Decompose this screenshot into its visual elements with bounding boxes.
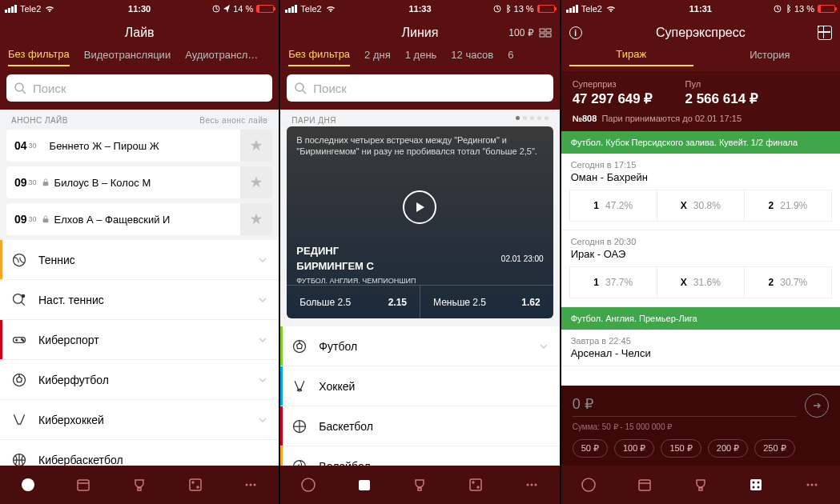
sport-hockey[interactable]: Хоккей bbox=[280, 366, 559, 406]
odd-2[interactable]: 221.9% bbox=[745, 190, 831, 221]
sports-list: Футбол Хоккей Баскетбол Волейбол bbox=[280, 326, 559, 466]
event-row[interactable]: 0930 Билоус В – Колос М bbox=[6, 166, 272, 198]
stake-hint: Сумма: 50 ₽ - 15 000 000 ₽ bbox=[573, 422, 829, 431]
svg-point-42 bbox=[753, 482, 755, 484]
star-button[interactable] bbox=[240, 130, 272, 162]
nav-live[interactable] bbox=[580, 476, 597, 494]
odd-1[interactable]: 137.7% bbox=[570, 267, 657, 298]
sport-tennis[interactable]: Теннис bbox=[0, 240, 279, 280]
featured-card[interactable]: В последних четырех встречах между "Реди… bbox=[287, 126, 553, 318]
odd-2[interactable]: 230.7% bbox=[745, 267, 831, 298]
tab-audio[interactable]: Аудиотрансл… bbox=[185, 49, 258, 66]
tab-2days[interactable]: 2 дня bbox=[364, 49, 391, 66]
svg-point-8 bbox=[22, 338, 23, 340]
info-icon[interactable]: i bbox=[569, 26, 582, 39]
chip-250[interactable]: 250 ₽ bbox=[754, 439, 794, 458]
sport-cyberbasket[interactable]: Кибербаскетбол bbox=[0, 440, 279, 466]
odd-x[interactable]: X30.8% bbox=[657, 190, 745, 221]
alarm-icon bbox=[774, 5, 782, 13]
odd-x[interactable]: X31.6% bbox=[657, 267, 745, 298]
status-bar: Tele2 11:31 13 % bbox=[561, 0, 840, 18]
search-placeholder: Поиск bbox=[33, 82, 66, 95]
svg-point-36 bbox=[530, 484, 533, 486]
sport-basketball[interactable]: Баскетбол bbox=[280, 406, 559, 446]
submit-button[interactable] bbox=[805, 394, 829, 418]
sport-volleyball[interactable]: Волейбол bbox=[280, 446, 559, 466]
tab-12h[interactable]: 12 часов bbox=[451, 49, 493, 66]
svg-point-33 bbox=[472, 482, 474, 483]
odd-under[interactable]: Меньше 2.51.62 bbox=[420, 285, 553, 318]
sport-cyberfootball[interactable]: Киберфутбол bbox=[0, 360, 279, 400]
chip-100[interactable]: 100 ₽ bbox=[614, 439, 654, 458]
svg-point-6 bbox=[22, 294, 24, 297]
nav-live[interactable] bbox=[19, 476, 37, 494]
nav-live[interactable] bbox=[299, 476, 317, 494]
nav-cup[interactable] bbox=[692, 476, 709, 494]
odd-1[interactable]: 147.2% bbox=[570, 190, 657, 221]
svg-point-30 bbox=[302, 478, 315, 491]
hockey-icon bbox=[291, 378, 307, 394]
nav-cup[interactable] bbox=[131, 476, 148, 494]
chevron-down-icon bbox=[539, 342, 549, 351]
tab-6h[interactable]: 6 bbox=[508, 49, 513, 66]
chevron-down-icon bbox=[258, 295, 267, 305]
tab-draw[interactable]: Тираж bbox=[569, 48, 693, 66]
sport-table-tennis[interactable]: Наст. теннис bbox=[0, 280, 279, 320]
nav-calendar[interactable] bbox=[356, 476, 373, 494]
svg-point-39 bbox=[582, 478, 595, 491]
nav-dice[interactable] bbox=[747, 476, 765, 494]
page-title: Лайв bbox=[125, 26, 155, 40]
grid-icon[interactable] bbox=[818, 26, 832, 40]
header: Лайв bbox=[0, 18, 279, 48]
nav-more[interactable] bbox=[803, 476, 821, 494]
svg-rect-24 bbox=[546, 34, 551, 37]
tab-no-filter[interactable]: Без фильтра bbox=[8, 48, 70, 66]
nav-dice[interactable] bbox=[467, 476, 484, 494]
svg-point-5 bbox=[14, 294, 23, 303]
featured-odds: Больше 2.52.15 Меньше 2.51.62 bbox=[287, 285, 553, 318]
content-body: ПАРИ ДНЯ В последних четырех встречах ме… bbox=[280, 110, 559, 466]
nav-calendar[interactable] bbox=[74, 476, 92, 494]
svg-point-48 bbox=[815, 484, 818, 486]
nav-cup[interactable] bbox=[411, 476, 428, 494]
svg-point-17 bbox=[246, 484, 248, 486]
svg-point-12 bbox=[22, 478, 34, 491]
sport-esports[interactable]: Киберспорт bbox=[0, 320, 279, 360]
stake-input[interactable]: 0 ₽ bbox=[573, 395, 797, 417]
svg-rect-31 bbox=[359, 480, 370, 490]
search-input[interactable]: Поиск bbox=[6, 74, 272, 102]
sport-cyberhockey[interactable]: Киберхоккей bbox=[0, 400, 279, 440]
location-icon bbox=[223, 5, 230, 13]
star-button[interactable] bbox=[240, 203, 272, 235]
anons-all-link[interactable]: Весь анонс лайв bbox=[199, 116, 267, 125]
search-input[interactable]: Поиск bbox=[287, 74, 553, 102]
header: Линия 100 ₽ bbox=[280, 18, 559, 48]
tab-1day[interactable]: 1 день bbox=[405, 49, 437, 66]
svg-point-46 bbox=[807, 484, 810, 486]
tab-history[interactable]: История bbox=[708, 49, 832, 66]
sport-football[interactable]: Футбол bbox=[280, 326, 559, 366]
chip-50[interactable]: 50 ₽ bbox=[573, 439, 608, 458]
event-row[interactable]: 0430 Беннето Ж – Пирош Ж bbox=[6, 130, 272, 162]
balance[interactable]: 100 ₽ bbox=[508, 27, 551, 38]
chip-150[interactable]: 150 ₽ bbox=[661, 439, 701, 458]
tab-no-filter[interactable]: Без фильтра bbox=[288, 48, 350, 66]
page-title: Линия bbox=[402, 26, 439, 40]
star-button[interactable] bbox=[240, 166, 272, 198]
svg-point-27 bbox=[298, 390, 302, 391]
battery-icon bbox=[256, 5, 274, 13]
chevron-down-icon bbox=[258, 255, 267, 265]
chip-200[interactable]: 200 ₽ bbox=[708, 439, 748, 458]
tab-video[interactable]: Видеотрансляции bbox=[84, 49, 171, 66]
nav-more[interactable] bbox=[242, 476, 259, 494]
event-row[interactable]: 0930 Елхов А – Фащевский И bbox=[6, 203, 272, 235]
odd-over[interactable]: Больше 2.52.15 bbox=[287, 285, 420, 318]
nav-calendar[interactable] bbox=[636, 476, 653, 494]
play-icon[interactable] bbox=[403, 190, 436, 224]
screen-live: Tele2 11:30 14 % Лайв Без фильтра Видеот… bbox=[0, 0, 279, 504]
nav-dice[interactable] bbox=[187, 476, 204, 494]
svg-point-35 bbox=[526, 484, 529, 486]
nav-more[interactable] bbox=[523, 476, 541, 494]
svg-rect-13 bbox=[78, 480, 89, 490]
stake-chips: 50 ₽ 100 ₽ 150 ₽ 200 ₽ 250 ₽ bbox=[573, 439, 829, 458]
